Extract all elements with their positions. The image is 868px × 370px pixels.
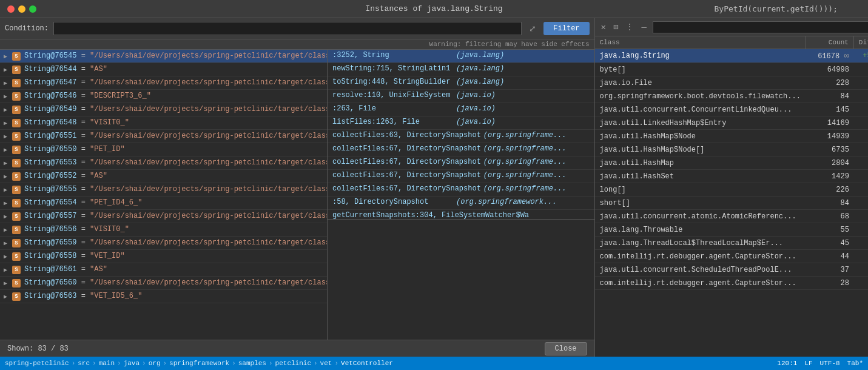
minimize-traffic-light[interactable] <box>18 5 25 13</box>
stack-class: (org.springframe... <box>483 144 567 153</box>
row-expand-icon[interactable]: ▶ <box>0 290 11 303</box>
bottom-bar: Shown: 83 / 83 Close <box>0 340 594 357</box>
row-expand-icon[interactable]: ▶ <box>0 143 11 156</box>
class-row[interactable]: java.io.File 228 +11 <box>595 76 868 90</box>
row-expand-icon[interactable]: ▶ <box>0 237 11 249</box>
row-expand-icon[interactable]: ▶ <box>0 250 11 263</box>
class-row[interactable]: java.lang.Throwable 55 +1 <box>595 223 868 237</box>
row-expand-icon[interactable]: ▶ <box>0 76 11 89</box>
class-row[interactable]: java.lang.ThreadLocal$ThreadLocalMap$Er.… <box>595 237 868 250</box>
row-expand-icon[interactable]: ▶ <box>0 263 11 276</box>
string-type-badge: S <box>12 266 21 274</box>
class-row[interactable]: long[] 226 +1 <box>595 183 868 197</box>
instance-row[interactable]: ▶ S String@76552 = "AS" <box>0 170 327 183</box>
more-icon[interactable]: ⋮ <box>624 21 635 33</box>
row-expand-icon[interactable]: ▶ <box>0 90 11 103</box>
stack-class: (org.springframe... <box>483 184 567 193</box>
class-row[interactable]: java.util.concurrent.atomic.AtomicRefere… <box>595 210 868 223</box>
breadcrumb-item[interactable]: springframework <box>169 360 229 367</box>
instance-row[interactable]: ▶ S String@76558 = "VET_ID" <box>0 250 327 263</box>
stack-row: listFiles:1263, File (java.io) <box>328 116 594 130</box>
instance-row[interactable]: ▶ S String@76563 = "VET_ID5_6_" <box>0 290 327 303</box>
split-icon[interactable]: ⊞ <box>612 21 619 33</box>
row-expand-icon[interactable]: ▶ <box>0 156 11 169</box>
row-type-icon: S <box>11 197 22 209</box>
string-type-badge: S <box>12 106 21 114</box>
class-count: 84 <box>806 197 854 209</box>
class-row[interactable]: java.util.HashMap 2804 +1 <box>595 156 868 170</box>
row-expand-icon[interactable]: ▶ <box>0 50 11 62</box>
breadcrumb-item[interactable]: petclinic <box>275 360 311 367</box>
row-expand-icon[interactable]: ▶ <box>0 210 11 223</box>
breadcrumb-item[interactable]: java <box>124 360 140 367</box>
string-type-badge: S <box>12 279 21 288</box>
row-expand-icon[interactable]: ▶ <box>0 170 11 183</box>
row-expand-icon[interactable]: ▶ <box>0 277 11 289</box>
left-panel: Condition: ⤢ Filter Warning: filtering m… <box>0 18 595 357</box>
close-traffic-light[interactable] <box>7 5 15 13</box>
maximize-traffic-light[interactable] <box>29 5 36 13</box>
class-name: short[] <box>595 197 806 209</box>
class-row[interactable]: java.lang.String 61678 ∞ +57 (83) <box>595 49 868 63</box>
breadcrumb-item[interactable]: src <box>78 360 90 367</box>
row-expand-icon[interactable]: ▶ <box>0 116 11 129</box>
filter-button[interactable]: Filter <box>543 22 589 35</box>
collapse-icon[interactable]: — <box>640 21 647 33</box>
class-table-body[interactable]: java.lang.String 61678 ∞ +57 (83) byte[]… <box>595 49 868 357</box>
class-row[interactable]: short[] 84 +1 <box>595 197 868 210</box>
breadcrumb-item[interactable]: main <box>99 360 115 367</box>
condition-input[interactable] <box>53 22 522 35</box>
class-row[interactable]: com.intellij.rt.debugger.agent.CaptureSt… <box>595 250 868 263</box>
stack-column: :3252, String (java.lang) newString:715,… <box>328 50 594 340</box>
instance-row[interactable]: ▶ S String@76545 = "/Users/shai/dev/proj… <box>0 50 327 63</box>
class-count: 226 <box>806 184 854 196</box>
instance-row[interactable]: ▶ S String@76556 = "VISIT0_" <box>0 223 327 237</box>
row-content: String@76546 = "DESCRIPT3_6_" <box>22 90 327 103</box>
row-expand-icon[interactable]: ▶ <box>0 63 11 76</box>
row-expand-icon[interactable]: ▶ <box>0 197 11 209</box>
close-button[interactable]: Close <box>545 342 587 355</box>
breadcrumb-item[interactable]: vet <box>320 360 332 367</box>
instance-row[interactable]: ▶ S String@76546 = "DESCRIPT3_6_" <box>0 90 327 103</box>
row-expand-icon[interactable]: ▶ <box>0 103 11 116</box>
breadcrumb-item[interactable]: spring-petclinic <box>5 360 69 367</box>
breadcrumb-item[interactable]: samples <box>238 360 266 367</box>
breadcrumb-item[interactable]: org <box>149 360 161 367</box>
instance-row[interactable]: ▶ S String@76550 = "PET_ID" <box>0 143 327 156</box>
instance-row[interactable]: ▶ S String@76548 = "VISIT0_" <box>0 116 327 130</box>
class-search-input[interactable] <box>653 21 868 33</box>
instance-row[interactable]: ▶ S String@76551 = "/Users/shai/dev/proj… <box>0 130 327 143</box>
row-expand-icon[interactable]: ▶ <box>0 223 11 236</box>
instance-row[interactable]: ▶ S String@76560 = "/Users/shai/dev/proj… <box>0 277 327 290</box>
equals-sign: = <box>81 105 90 113</box>
instance-row[interactable]: ▶ S String@76554 = "PET_ID4_6_" <box>0 197 327 210</box>
row-expand-icon[interactable]: ▶ <box>0 130 11 143</box>
instance-row[interactable]: ▶ S String@76544 = "AS" <box>0 63 327 76</box>
expand-icon[interactable]: ⤢ <box>527 22 539 35</box>
instance-row[interactable]: ▶ S String@76553 = "/Users/shai/dev/proj… <box>0 156 327 170</box>
class-count: 228 <box>806 77 854 89</box>
class-diff: +1 <box>854 144 868 156</box>
class-row[interactable]: java.util.HashSet 1429 +1 <box>595 170 868 183</box>
class-row[interactable]: com.intellij.rt.debugger.agent.CaptureSt… <box>595 277 868 290</box>
class-row[interactable]: java.util.LinkedHashMap$Entry 14169 +3 <box>595 116 868 130</box>
instance-row[interactable]: ▶ S String@76561 = "AS" <box>0 263 327 277</box>
class-row[interactable]: java.util.HashMap$Node[] 6735 +1 <box>595 143 868 156</box>
instance-row[interactable]: ▶ S String@76547 = "/Users/shai/dev/proj… <box>0 76 327 90</box>
class-row[interactable]: java.util.concurrent.ScheduledThreadPool… <box>595 263 868 277</box>
equals-sign: = <box>81 78 90 87</box>
instance-row[interactable]: ▶ S String@76549 = "/Users/shai/dev/proj… <box>0 103 327 116</box>
class-row[interactable]: org.springframework.boot.devtools.filewa… <box>595 90 868 103</box>
class-name: com.intellij.rt.debugger.agent.CaptureSt… <box>595 277 806 289</box>
row-expand-icon[interactable]: ▶ <box>0 183 11 196</box>
instance-list[interactable]: ▶ S String@76545 = "/Users/shai/dev/proj… <box>0 50 327 340</box>
class-row[interactable]: java.util.HashMap$Node 14939 +2 <box>595 130 868 143</box>
instance-row[interactable]: ▶ S String@76555 = "/Users/shai/dev/proj… <box>0 183 327 197</box>
class-row[interactable]: java.util.concurrent.ConcurrentLinkedQue… <box>595 103 868 116</box>
breadcrumb-item[interactable]: VetController <box>341 360 393 367</box>
stack-location: getCurrentSnapshots:304, FileSystemWatch… <box>332 211 529 220</box>
close-panel-icon[interactable]: ✕ <box>600 21 607 33</box>
class-row[interactable]: byte[] 64998 +56 <box>595 63 868 76</box>
instance-row[interactable]: ▶ S String@76557 = "/Users/shai/dev/proj… <box>0 210 327 223</box>
instance-row[interactable]: ▶ S String@76559 = "/Users/shai/dev/proj… <box>0 237 327 250</box>
